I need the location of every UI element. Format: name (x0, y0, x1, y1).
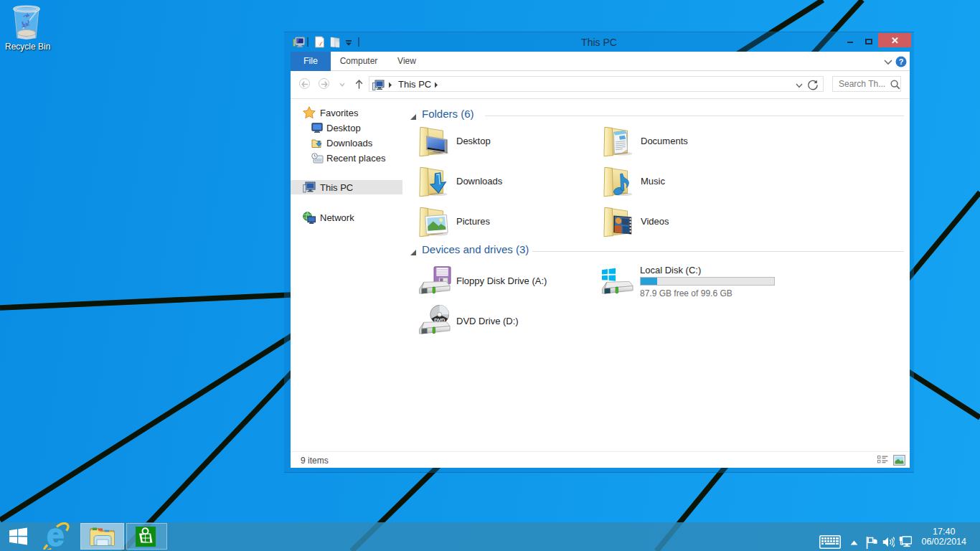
svg-text:e: e (47, 522, 64, 550)
svg-text:?: ? (899, 57, 904, 66)
